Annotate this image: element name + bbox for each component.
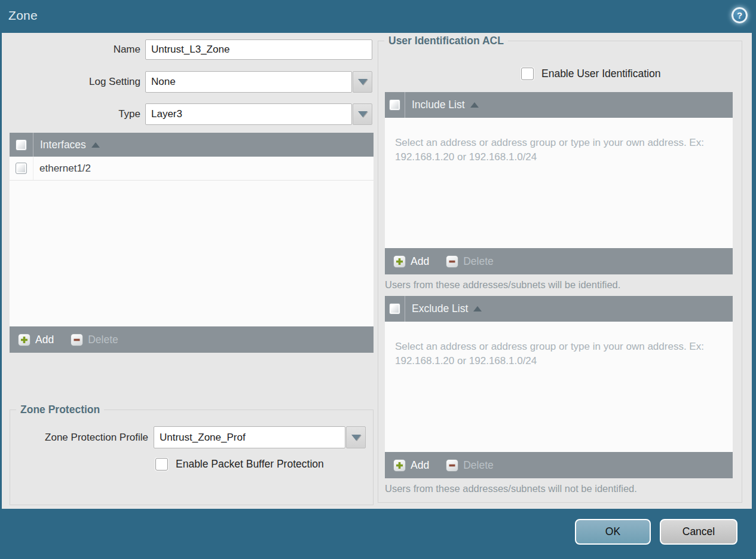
help-icon-glyph: ? <box>737 10 742 20</box>
interfaces-select-all-checkbox[interactable] <box>16 139 27 151</box>
delete-icon[interactable] <box>446 255 458 268</box>
interface-name: ethernet1/2 <box>33 163 91 175</box>
exclude-add-button[interactable]: Add <box>411 459 429 472</box>
add-icon[interactable] <box>18 334 30 346</box>
exclude-list-body[interactable]: Select an address or address group or ty… <box>385 322 733 452</box>
zone-dialog: Zone ? Name Log Setting Type Interfaces <box>0 0 756 559</box>
include-list-caption: Users from these addresses/subnets will … <box>385 279 620 291</box>
sort-ascending-icon <box>91 142 100 148</box>
delete-icon[interactable] <box>446 459 458 472</box>
include-list-header: Include List <box>385 92 733 118</box>
include-delete-button: Delete <box>463 255 494 268</box>
log-setting-input[interactable] <box>145 71 352 93</box>
user-identification-acl-legend: User Identification ACL <box>384 35 508 47</box>
type-label: Type <box>2 103 140 125</box>
cancel-button[interactable]: Cancel <box>660 519 737 545</box>
chevron-down-icon <box>358 79 368 85</box>
chevron-down-icon <box>358 111 368 117</box>
log-setting-label: Log Setting <box>2 71 140 93</box>
type-input[interactable] <box>145 103 352 125</box>
add-icon[interactable] <box>393 255 406 268</box>
enable-user-identification-checkbox[interactable] <box>521 68 534 80</box>
delete-icon[interactable] <box>71 334 83 346</box>
sort-ascending-icon <box>470 102 479 108</box>
enable-packet-buffer-protection-label: Enable Packet Buffer Protection <box>176 458 324 471</box>
interfaces-column-header[interactable]: Interfaces <box>33 139 86 151</box>
interfaces-add-button[interactable]: Add <box>35 334 54 346</box>
ok-button[interactable]: OK <box>575 519 651 545</box>
interfaces-table-header: Interfaces <box>10 133 374 157</box>
exclude-list-header: Exclude List <box>385 296 733 322</box>
add-icon[interactable] <box>393 459 406 472</box>
enable-packet-buffer-protection-checkbox[interactable] <box>155 458 168 471</box>
exclude-delete-button: Delete <box>463 459 494 472</box>
interfaces-table-footer: Add Delete <box>10 326 374 353</box>
zone-protection-section: Zone Protection Zone Protection Profile … <box>10 410 374 505</box>
exclude-list-column-header[interactable]: Exclude List <box>405 303 468 315</box>
row-checkbox[interactable] <box>16 163 27 174</box>
include-list-column-header[interactable]: Include List <box>405 99 465 111</box>
name-input[interactable] <box>145 39 372 60</box>
include-select-all-checkbox[interactable] <box>389 99 400 111</box>
exclude-list-footer: Add Delete <box>385 452 733 478</box>
include-list-body[interactable]: Select an address or address group or ty… <box>385 118 733 248</box>
chevron-down-icon <box>351 435 361 441</box>
sort-ascending-icon <box>473 306 482 311</box>
log-setting-dropdown-button[interactable] <box>353 71 372 93</box>
zone-protection-profile-input[interactable] <box>154 426 345 448</box>
include-list-placeholder: Select an address or address group or ty… <box>395 136 721 164</box>
help-icon[interactable]: ? <box>731 7 748 23</box>
interfaces-table-body: ethernet1/2 <box>10 157 374 326</box>
name-label: Name <box>2 39 140 60</box>
exclude-select-all-checkbox[interactable] <box>389 303 400 314</box>
include-list-footer: Add Delete <box>385 248 733 274</box>
zone-protection-profile-dropdown-button[interactable] <box>346 426 366 448</box>
zone-protection-legend: Zone Protection <box>16 404 104 416</box>
include-add-button[interactable]: Add <box>411 255 429 268</box>
enable-user-identification-label: Enable User Identification <box>541 67 660 80</box>
exclude-list-caption: Users from these addresses/subnets will … <box>385 483 637 494</box>
interfaces-delete-button: Delete <box>88 334 118 346</box>
dialog-body: Name Log Setting Type Interfaces etherne <box>2 33 752 509</box>
zone-protection-profile-label: Zone Protection Profile <box>10 426 148 448</box>
type-dropdown-button[interactable] <box>353 103 372 125</box>
user-identification-acl-section: User Identification ACL Enable User Iden… <box>378 41 742 503</box>
table-row[interactable]: ethernet1/2 <box>10 157 374 181</box>
exclude-list-placeholder: Select an address or address group or ty… <box>395 340 721 368</box>
dialog-title: Zone <box>8 8 38 23</box>
